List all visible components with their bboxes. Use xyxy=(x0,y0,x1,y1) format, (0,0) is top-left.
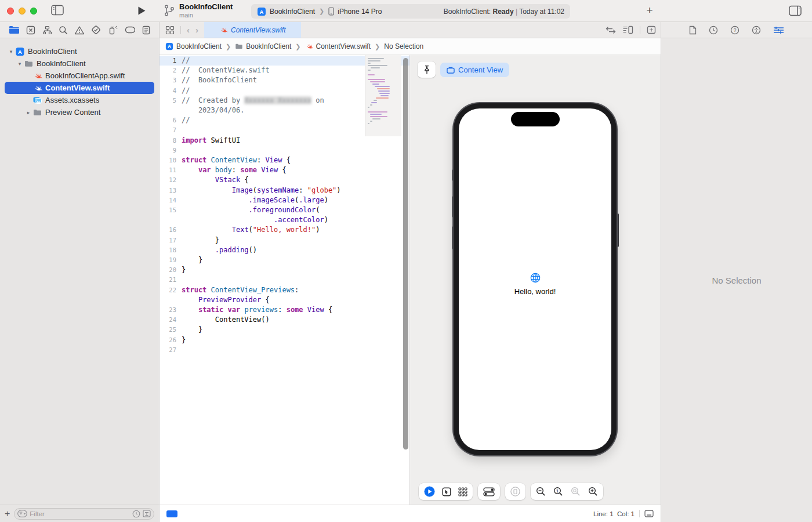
zoom-window-button[interactable] xyxy=(30,8,37,14)
zoom-to-fit-icon[interactable] xyxy=(571,487,581,496)
line-number[interactable]: 15 xyxy=(160,205,182,215)
run-button[interactable] xyxy=(137,6,146,16)
breakpoint-navigator-icon[interactable] xyxy=(125,26,136,34)
line-number[interactable]: 1 xyxy=(160,56,182,66)
zoom-in-icon[interactable] xyxy=(588,487,598,496)
line-number[interactable]: 9 xyxy=(160,146,182,155)
line-number[interactable]: 11 xyxy=(160,165,182,175)
find-navigator-icon[interactable] xyxy=(59,26,68,35)
scheme-status-bar[interactable]: A BookInfoClient ❯ iPhone 14 Pro BookInf… xyxy=(251,4,570,19)
variants-preview-button[interactable] xyxy=(458,487,467,496)
zoom-out-icon[interactable] xyxy=(536,487,546,496)
disclosure-triangle-icon[interactable]: ▸ xyxy=(24,110,32,115)
minimap[interactable] xyxy=(365,55,401,136)
recent-files-filter-icon[interactable] xyxy=(132,510,140,518)
tab-contentview-swift[interactable]: ContentView.swift xyxy=(204,22,301,38)
tree-item-bookinfoclientapp-swift[interactable]: BookInfoClientApp.swift xyxy=(5,70,154,82)
line-number[interactable] xyxy=(160,106,182,115)
minimize-window-button[interactable] xyxy=(19,8,26,14)
quick-help-inspector-icon[interactable]: ? xyxy=(730,26,740,35)
accessibility-inspector-icon[interactable] xyxy=(752,26,761,35)
line-number[interactable]: 4 xyxy=(160,86,182,96)
breadcrumb-item-no-selection[interactable]: No Selection xyxy=(384,42,423,50)
editor-scrollbar[interactable] xyxy=(403,58,408,449)
line-number[interactable] xyxy=(160,295,182,305)
tab-overview-icon[interactable] xyxy=(165,26,175,35)
tree-item-contentview-swift[interactable]: ContentView.swift xyxy=(5,82,154,94)
line-number[interactable]: 2 xyxy=(160,66,182,75)
disclosure-triangle-icon[interactable]: ▾ xyxy=(7,49,15,55)
adjust-editor-options-icon[interactable] xyxy=(622,26,633,34)
live-preview-button[interactable] xyxy=(424,486,435,497)
file-inspector-icon[interactable] xyxy=(689,26,697,35)
source-control-navigator-icon[interactable] xyxy=(26,26,35,35)
line-number[interactable]: 20 xyxy=(160,265,182,275)
device-settings-button[interactable] xyxy=(483,487,495,496)
line-number[interactable]: 19 xyxy=(160,255,182,265)
project-navigator-icon[interactable] xyxy=(9,26,20,34)
line-number[interactable]: 8 xyxy=(160,136,182,146)
issue-navigator-icon[interactable] xyxy=(74,26,85,35)
disclosure-triangle-icon[interactable]: ▾ xyxy=(16,61,24,67)
scheme-selector[interactable]: A BookInfoClient ❯ iPhone 14 Pro xyxy=(257,7,382,16)
code-line-16: 16 Text("Hello, world!") xyxy=(160,225,409,235)
breadcrumb-item-bookinfoclient[interactable]: BookInfoClient xyxy=(235,42,291,50)
source-control-filter-icon[interactable] xyxy=(143,510,151,517)
line-number[interactable]: 13 xyxy=(160,186,182,195)
line-number[interactable]: 10 xyxy=(160,155,182,165)
symbol-navigator-icon[interactable] xyxy=(42,26,52,35)
tree-item-preview-content[interactable]: ▸Preview Content xyxy=(5,106,154,118)
pin-preview-button[interactable] xyxy=(418,61,436,78)
line-number[interactable]: 23 xyxy=(160,305,182,315)
line-number[interactable]: 27 xyxy=(160,345,182,355)
breadcrumb-item-contentview-swift[interactable]: ContentView.swift xyxy=(305,42,371,50)
history-inspector-icon[interactable] xyxy=(709,26,718,35)
add-editor-icon[interactable] xyxy=(647,26,656,34)
line-number[interactable] xyxy=(160,215,182,225)
line-number[interactable]: 6 xyxy=(160,115,182,125)
source-editor[interactable]: 1//2// ContentView.swift3// BookInfoClie… xyxy=(160,55,410,505)
tree-item-bookinfoclient[interactable]: ▾ABookInfoClient xyxy=(5,45,154,57)
test-navigator-icon[interactable] xyxy=(91,25,101,35)
zoom-100-icon[interactable]: 1 xyxy=(553,487,563,496)
debug-navigator-icon[interactable] xyxy=(108,25,118,35)
code-review-icon[interactable] xyxy=(606,26,616,34)
line-number[interactable]: 22 xyxy=(160,285,182,295)
library-add-button[interactable]: + xyxy=(643,4,657,17)
breadcrumb-item-bookinfoclient[interactable]: ABookInfoClient xyxy=(165,42,222,50)
toggle-left-sidebar-icon[interactable] xyxy=(51,5,64,16)
line-number[interactable]: 7 xyxy=(160,125,182,135)
preview-device-group xyxy=(505,483,525,500)
line-number[interactable]: 5 xyxy=(160,96,182,106)
line-number[interactable]: 21 xyxy=(160,275,182,285)
selectable-preview-button[interactable] xyxy=(442,487,451,496)
filter-field[interactable] xyxy=(14,508,154,520)
line-number[interactable]: 12 xyxy=(160,175,182,185)
line-number[interactable]: 14 xyxy=(160,195,182,205)
attributes-inspector-icon[interactable] xyxy=(773,26,784,34)
tree-item-assets-xcassets[interactable]: Assets.xcassets xyxy=(5,94,154,106)
line-number[interactable]: 24 xyxy=(160,315,182,325)
line-number[interactable]: 18 xyxy=(160,245,182,255)
line-number[interactable]: 17 xyxy=(160,235,182,245)
breakpoint-pill-icon[interactable] xyxy=(166,510,177,517)
line-number[interactable]: 26 xyxy=(160,335,182,345)
filter-menu-icon[interactable] xyxy=(17,510,27,517)
go-forward-icon[interactable]: › xyxy=(195,25,198,35)
project-scheme-block[interactable]: BookInfoClient main xyxy=(164,2,233,19)
toggle-right-inspector-icon[interactable] xyxy=(789,5,802,16)
go-back-icon[interactable]: ‹ xyxy=(187,25,190,35)
preview-name-button[interactable]: Content View xyxy=(440,63,509,77)
editor-display-options-icon[interactable] xyxy=(644,510,654,517)
code-line-19: 19 } xyxy=(160,255,409,265)
add-file-button[interactable]: + xyxy=(5,509,10,519)
close-window-button[interactable] xyxy=(7,8,14,14)
tree-item-bookinfoclient[interactable]: ▾BookInfoClient xyxy=(5,57,154,70)
line-number[interactable]: 25 xyxy=(160,325,182,335)
folder-icon xyxy=(32,108,42,117)
report-navigator-icon[interactable] xyxy=(142,26,150,35)
line-number[interactable]: 3 xyxy=(160,75,182,85)
line-number[interactable]: 16 xyxy=(160,225,182,235)
filter-input[interactable] xyxy=(30,510,130,517)
preview-on-device-button[interactable] xyxy=(510,487,520,496)
